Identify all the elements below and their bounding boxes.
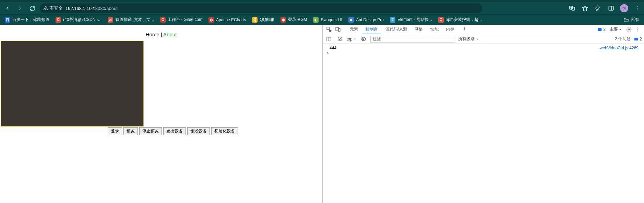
live-expression-icon[interactable]: [359, 35, 368, 43]
address-port: :8080: [94, 6, 105, 11]
bookmark-npm[interactable]: Cnpm安装报错，超...: [436, 15, 484, 24]
sidebar-toggle-icon[interactable]: [325, 35, 333, 43]
device-toggle-icon[interactable]: [334, 25, 342, 34]
video-plugin-box[interactable]: [1, 41, 144, 127]
bookmark-antd[interactable]: ◆Ant Design Pro: [346, 16, 386, 24]
page-viewport: Home | About 登录 预览 停止预览 登出设备 销毁设备 初始化设备: [0, 25, 322, 203]
svg-point-16: [637, 27, 638, 28]
svg-line-22: [338, 38, 341, 40]
svg-point-1: [46, 9, 46, 10]
svg-point-24: [363, 38, 364, 39]
back-button[interactable]: [3, 3, 12, 13]
log-message: 444: [326, 46, 336, 50]
svg-rect-11: [336, 27, 339, 31]
nav-link-home[interactable]: Home: [146, 32, 159, 37]
login-button[interactable]: 登录: [108, 127, 122, 135]
svg-marker-25: [476, 38, 478, 39]
bookmarks-bar: 百百度一下，你就知道 C(40条消息) CSDN -... yd有道翻译_文本、…: [0, 14, 644, 25]
svg-rect-19: [327, 37, 331, 41]
not-secure-label: 不安全: [49, 5, 63, 11]
log-source-link[interactable]: webVideoCtrl.js:4269: [600, 46, 641, 50]
svg-rect-3: [572, 7, 575, 10]
svg-point-18: [637, 31, 638, 31]
page-nav: Home | About: [0, 25, 322, 41]
tab-network[interactable]: 网络: [411, 24, 426, 34]
address-host: 192.168.1.102: [65, 6, 94, 11]
svg-rect-10: [327, 27, 329, 29]
devtools-tabs: 元素 控制台 源代码/来源 网络 性能 内存 2 主要: [323, 25, 644, 34]
extensions-icon[interactable]: [594, 4, 602, 12]
tab-memory[interactable]: 内存: [443, 24, 458, 34]
svg-rect-5: [609, 6, 613, 10]
log-level-selector[interactable]: 主要: [608, 26, 624, 32]
svg-marker-23: [354, 38, 356, 39]
console-body[interactable]: 444 webVideoCtrl.js:4269: [323, 44, 644, 203]
svg-point-7: [637, 6, 637, 7]
bookmark-qqmail[interactable]: QQQ邮箱: [250, 15, 276, 24]
settings-icon[interactable]: [625, 25, 633, 34]
forward-button[interactable]: [15, 3, 25, 13]
levels-selector[interactable]: 所有级别: [458, 36, 479, 42]
tab-console[interactable]: 控制台: [362, 24, 381, 34]
bookmark-element[interactable]: EElement - 网站快...: [388, 15, 434, 24]
svg-point-9: [637, 10, 637, 10]
issues-label: 2 个问题:: [615, 36, 632, 42]
bookmark-gitee[interactable]: G工作台 - Gitee.com: [158, 15, 204, 24]
bookmark-baidu[interactable]: 百百度一下，你就知道: [3, 15, 51, 24]
bookmark-echarts[interactable]: ◐Apache ECharts: [206, 16, 248, 24]
svg-marker-4: [583, 6, 588, 11]
tab-elements[interactable]: 元素: [346, 24, 361, 34]
svg-rect-13: [598, 28, 602, 31]
devtools-panel: 元素 控制台 源代码/来源 网络 性能 内存 2 主要: [322, 25, 644, 203]
bookmark-bgm[interactable]: ◉登录-BGM: [278, 15, 309, 24]
svg-point-17: [637, 29, 638, 29]
inspect-icon[interactable]: [325, 25, 333, 34]
menu-icon[interactable]: [633, 4, 641, 12]
tab-sources[interactable]: 源代码/来源: [382, 24, 410, 34]
tab-performance[interactable]: 性能: [427, 24, 442, 34]
bookmark-swagger[interactable]: ◐Swagger UI: [311, 16, 344, 24]
all-bookmarks-button[interactable]: 所有: [621, 15, 641, 24]
profile-avatar[interactable]: 悦: [620, 4, 628, 12]
svg-point-15: [628, 29, 630, 30]
filter-input[interactable]: [370, 36, 455, 43]
stop-preview-button[interactable]: 停止预览: [139, 127, 162, 135]
translate-icon[interactable]: [568, 4, 576, 12]
context-selector[interactable]: top: [347, 37, 357, 41]
bookmark-csdn[interactable]: C(40条消息) CSDN -...: [53, 15, 104, 24]
destroy-device-button[interactable]: 销毁设备: [187, 127, 210, 135]
bookmark-star-icon[interactable]: [581, 4, 589, 12]
address-bar[interactable]: 不安全 192.168.1.102:8080/about: [40, 3, 482, 13]
logout-device-button[interactable]: 登出设备: [163, 127, 186, 135]
bookmark-youdao[interactable]: yd有道翻译_文本、文...: [106, 15, 156, 24]
issues-count-badge[interactable]: 2: [634, 37, 642, 41]
issues-badge[interactable]: 2: [596, 27, 607, 32]
side-panel-icon[interactable]: [607, 4, 615, 12]
svg-rect-26: [634, 37, 638, 40]
address-path: /about: [105, 6, 118, 11]
console-toolbar: top 所有级别 2 个问题: 2: [323, 34, 644, 44]
browser-toolbar: 不安全 192.168.1.102:8080/about 悦: [0, 2, 644, 14]
tab-more-icon[interactable]: [458, 25, 470, 34]
svg-marker-14: [620, 29, 621, 30]
nav-separator: |: [159, 32, 163, 37]
not-secure-indicator: 不安全: [43, 5, 63, 11]
preview-button[interactable]: 预览: [123, 127, 138, 135]
init-device-button[interactable]: 初始化设备: [211, 127, 238, 135]
devtools-menu-icon[interactable]: [634, 25, 642, 34]
clear-console-icon[interactable]: [336, 35, 344, 43]
reload-button[interactable]: [27, 3, 37, 13]
console-prompt[interactable]: [323, 51, 644, 56]
svg-point-8: [637, 8, 637, 9]
log-row: 444 webVideoCtrl.js:4269: [323, 45, 644, 51]
nav-link-about[interactable]: About: [163, 32, 177, 37]
svg-rect-12: [338, 28, 340, 32]
action-button-row: 登录 预览 停止预览 登出设备 销毁设备 初始化设备: [0, 127, 322, 135]
